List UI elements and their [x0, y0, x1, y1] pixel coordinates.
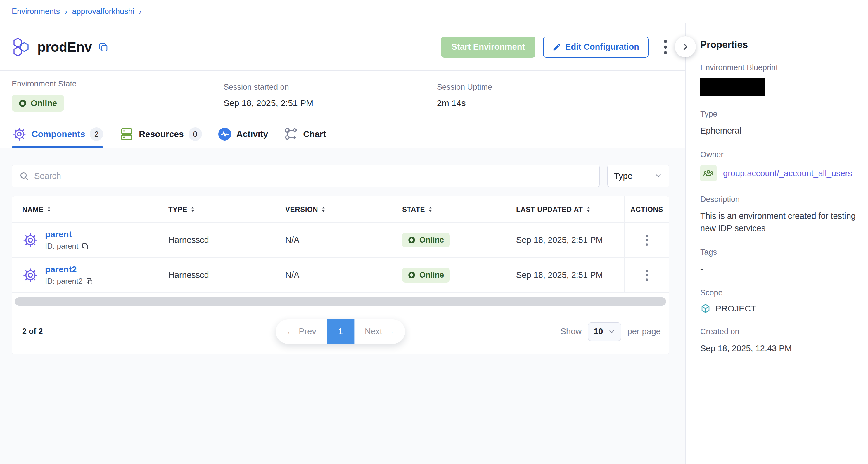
column-header-version-label: VERSION [285, 206, 318, 214]
tab-resources[interactable]: Resources 0 [119, 120, 202, 148]
session-started-value: Sep 18, 2025, 2:51 PM [224, 98, 437, 108]
arrow-left-icon: ← [286, 327, 294, 336]
prev-page-button[interactable]: ← Prev [276, 319, 327, 344]
pulse-icon [218, 127, 232, 141]
status-ring-icon [408, 237, 415, 244]
stack-icon [119, 126, 134, 142]
column-header-version[interactable]: VERSION [275, 196, 392, 222]
breadcrumb-environments-link[interactable]: Environments [12, 7, 60, 16]
page-title: prodEnv [37, 39, 92, 55]
owner-group-link[interactable]: group:account/_account_all_users [723, 168, 852, 178]
status-badge: Online [402, 268, 450, 283]
type-label: Type [700, 110, 856, 119]
component-version: N/A [275, 270, 392, 280]
tab-chart[interactable]: Chart [284, 120, 326, 148]
horizontal-scrollbar[interactable] [15, 298, 666, 306]
blueprint-label: Environment Blueprint [700, 63, 856, 72]
prev-page-label: Prev [299, 327, 316, 336]
table-header: NAME TYPE VERSION STATE [12, 196, 669, 223]
status-badge: Online [402, 233, 450, 247]
copy-icon[interactable] [98, 41, 109, 53]
column-header-type[interactable]: TYPE [158, 196, 275, 222]
row-kebab-icon[interactable] [645, 234, 649, 247]
copy-icon[interactable] [86, 277, 94, 285]
tab-activity[interactable]: Activity [218, 120, 268, 148]
column-header-state-label: STATE [402, 206, 425, 214]
environment-state-label: Environment State [12, 80, 224, 89]
components-tab-content: Type NAME TYPE [0, 148, 685, 464]
column-header-last-updated[interactable]: LAST UPDATED AT [506, 196, 624, 222]
status-ring-icon [408, 272, 415, 279]
component-id: ID: parent2 [45, 277, 83, 286]
status-badge-label: Online [420, 236, 444, 245]
page-size-value: 10 [594, 327, 603, 336]
components-table-card: NAME TYPE VERSION STATE [12, 196, 669, 354]
type-filter-label: Type [614, 171, 632, 181]
scope-label: Scope [700, 288, 856, 298]
sort-icon [429, 207, 432, 212]
created-on-label: Created on [700, 327, 856, 336]
copy-icon[interactable] [81, 242, 89, 250]
sort-icon [47, 207, 51, 212]
main-panel: prodEnv Start Environment Edit Configura… [0, 23, 685, 464]
kebab-icon[interactable] [657, 36, 674, 58]
pagination-bar: 2 of 2 ← Prev 1 Next → Show [12, 309, 669, 354]
tags-value: - [700, 263, 856, 275]
scope-value: PROJECT [715, 304, 756, 313]
pencil-icon [552, 43, 561, 52]
column-header-actions-label: ACTIONS [630, 206, 663, 214]
row-kebab-icon[interactable] [645, 269, 649, 282]
column-header-actions: ACTIONS [624, 196, 669, 222]
next-page-label: Next [365, 327, 382, 336]
environment-state-badge: Online [12, 95, 64, 112]
status-ring-icon [19, 99, 27, 107]
session-summary-row: Environment State Online Session started… [0, 71, 685, 120]
component-last-updated: Sep 18, 2025, 2:51 PM [506, 270, 624, 280]
pager: ← Prev 1 Next → [276, 319, 405, 344]
edit-configuration-button[interactable]: Edit Configuration [543, 36, 649, 58]
search-box [12, 164, 600, 187]
type-filter-dropdown[interactable]: Type [607, 164, 669, 187]
description-value: This is an environment created for testi… [700, 210, 856, 234]
sort-icon [321, 207, 325, 212]
arrow-right-icon: → [386, 327, 395, 336]
table-row: parent ID: parent [12, 223, 669, 258]
gear-icon [12, 126, 27, 142]
column-header-last-updated-label: LAST UPDATED AT [516, 206, 583, 214]
pagination-summary: 2 of 2 [22, 327, 43, 336]
properties-panel: Properties Environment Blueprint Type Ep… [685, 23, 868, 464]
search-input[interactable] [34, 171, 592, 181]
session-uptime-label: Session Uptime [437, 83, 492, 92]
column-header-state[interactable]: STATE [392, 196, 506, 222]
tab-components[interactable]: Components 2 [12, 120, 103, 148]
breadcrumb-separator: › [139, 7, 142, 17]
current-page-button[interactable]: 1 [327, 319, 354, 344]
component-name-link[interactable]: parent [45, 229, 72, 239]
component-version: N/A [275, 235, 392, 245]
next-page-button[interactable]: Next → [354, 319, 405, 344]
tab-components-label: Components [32, 129, 85, 139]
column-header-name[interactable]: NAME [12, 196, 158, 222]
owner-label: Owner [700, 150, 856, 159]
gear-icon [22, 267, 38, 283]
breadcrumb-approvalforkhushi-link[interactable]: approvalforkhushi [72, 7, 134, 16]
page-size-dropdown[interactable]: 10 [588, 322, 621, 341]
tab-bar: Components 2 Resources 0 [0, 120, 685, 148]
tab-chart-label: Chart [303, 129, 326, 139]
cube-icon [700, 303, 711, 314]
show-label: Show [561, 327, 582, 336]
per-page-label: per page [627, 327, 661, 336]
chevron-right-icon [680, 42, 690, 52]
gear-icon [22, 232, 38, 248]
component-name-link[interactable]: parent2 [45, 265, 76, 274]
collapse-properties-button[interactable] [675, 36, 696, 57]
tab-resources-label: Resources [139, 129, 184, 139]
redacted-blueprint-value [700, 78, 765, 96]
start-environment-button[interactable]: Start Environment [441, 36, 535, 58]
description-label: Description [700, 195, 856, 204]
sort-icon [191, 207, 195, 212]
component-type: Harnesscd [158, 270, 275, 280]
created-on-value: Sep 18, 2025, 12:43 PM [700, 342, 856, 354]
component-type: Harnesscd [158, 235, 275, 245]
session-started-label: Session started on [224, 83, 437, 92]
